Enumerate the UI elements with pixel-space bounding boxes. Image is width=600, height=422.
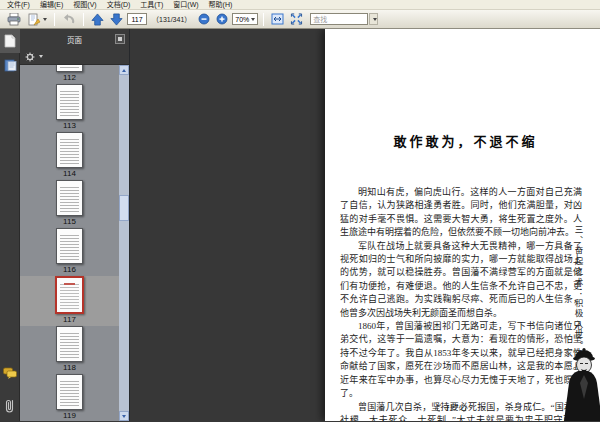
menu-file[interactable]: 文件(F): [2, 0, 35, 10]
menu-document[interactable]: 文档(D): [102, 0, 136, 10]
paragraph: 1860年，曾国藩被困祁门无路可走，写下书信向诸位兄弟交代，这等于一篇遗嘱，大意…: [340, 320, 582, 400]
thumbnail-page-image: [56, 228, 83, 264]
back-icon: [62, 13, 76, 26]
comments-panel-button[interactable]: [0, 361, 20, 385]
document-page: 敢作敢为，不退不缩 明知山有虎，偏向虎山行。这样的人一方面对自己充满了自信，认为…: [325, 29, 600, 421]
toolbar: （131/341） 70%: [0, 10, 600, 29]
menu-tools[interactable]: 工具(T): [135, 0, 168, 10]
zoom-level-caret: [251, 18, 255, 21]
menu-bar: 文件(F) 编辑(E) 视图(V) 文档(D) 工具(T) 窗口(W) 帮助(H…: [0, 0, 600, 10]
thumbnail-page-image: [56, 132, 83, 168]
paragraph: 军队在战场上就要具备这种大无畏精神，哪一方具备了视死如归的士气和所向披靡的实力，…: [340, 240, 582, 320]
menu-edit[interactable]: 编辑(E): [35, 0, 68, 10]
thumbnail-116[interactable]: 116: [20, 228, 119, 276]
page-number-input[interactable]: [127, 13, 147, 25]
bookmarks-icon: [4, 59, 17, 72]
thumbnail-119[interactable]: 119: [20, 374, 119, 421]
fit-width-icon: [271, 13, 284, 25]
paragraph: 明知山有虎，偏向虎山行。这样的人一方面对自己充满了自信，认为狭路相逢勇者胜。同时…: [340, 186, 582, 240]
main-area: 页面 112 113 114 1: [0, 29, 600, 421]
fit-page-button[interactable]: [288, 12, 305, 27]
zoom-out-button[interactable]: [196, 12, 212, 27]
thumbnail-label: 116: [63, 264, 76, 276]
print-button[interactable]: [5, 12, 23, 27]
page-count-label: （131/341）: [152, 14, 191, 24]
find-options-button[interactable]: [369, 13, 378, 25]
footer-ornament-left-icon: [434, 404, 442, 412]
page-footer: 117: [325, 403, 578, 413]
thumbnail-117-selected[interactable]: 117: [20, 276, 119, 326]
toolbar-separator: [83, 13, 84, 26]
pages-panel: 页面 112 113 114 1: [20, 29, 130, 421]
zoom-in-button[interactable]: [214, 12, 230, 27]
save-copy-button[interactable]: [25, 12, 49, 27]
pages-panel-button[interactable]: [0, 29, 20, 53]
strip-bottom-icons: [0, 361, 20, 417]
bookmarks-panel-button[interactable]: [0, 53, 20, 77]
thumbnail-label: 114: [63, 168, 76, 180]
toolbar-separator: [263, 13, 264, 26]
attachments-panel-button[interactable]: [0, 393, 20, 417]
thumbnail-page-image: [55, 276, 84, 314]
thumbnail-112[interactable]: 112: [20, 65, 119, 84]
thumbnail-page-image: [56, 84, 83, 120]
zoom-level-select[interactable]: 70%: [232, 13, 258, 25]
zoom-in-icon: [216, 13, 228, 25]
options-gear-icon[interactable]: [25, 52, 35, 62]
page-body: 明知山有虎，偏向虎山行。这样的人一方面对自己充满了自信，认为狭路相逢勇者胜。同时…: [340, 186, 582, 421]
menu-help[interactable]: 帮助(H): [204, 0, 238, 10]
print-icon: [7, 13, 21, 26]
author-portrait: [560, 341, 600, 421]
next-page-button[interactable]: [108, 12, 125, 27]
previous-page-button[interactable]: [89, 12, 106, 27]
zoom-level-value: 70%: [235, 16, 249, 23]
thumbnail-scrollbar[interactable]: [119, 65, 129, 421]
thumbnail-114[interactable]: 114: [20, 132, 119, 180]
panel-close-button[interactable]: [115, 34, 125, 44]
thumbnail-115[interactable]: 115: [20, 180, 119, 228]
panel-options-bar: [20, 49, 129, 65]
footer-ornament-right-icon: [461, 404, 469, 412]
fit-width-button[interactable]: [269, 12, 286, 27]
thumbnail-page-image: [56, 180, 83, 216]
scroll-down-button[interactable]: [119, 411, 129, 421]
thumbnail-118[interactable]: 118: [20, 326, 119, 374]
menu-view[interactable]: 视图(V): [68, 0, 101, 10]
thumbnail-page-image: [56, 326, 83, 362]
page-title: 敢作敢为，不退不缩: [325, 131, 600, 150]
arrow-up-icon: [122, 69, 126, 72]
navigation-icon-strip: [0, 29, 20, 421]
thumbnail-label: 113: [63, 120, 76, 132]
close-icon: [118, 37, 122, 41]
toolbar-separator: [54, 13, 55, 26]
menu-window[interactable]: 窗口(W): [168, 0, 203, 10]
thumbnail-label: 118: [63, 362, 76, 374]
footer-page-number: 117: [445, 403, 458, 413]
thumbnail-label: 115: [63, 216, 76, 228]
thumbnail-list: 112 113 114 115 116 117: [20, 65, 119, 421]
back-button[interactable]: [60, 12, 78, 27]
find-input[interactable]: [310, 13, 368, 25]
find-area: [310, 13, 378, 25]
previous-page-icon: [91, 13, 104, 26]
attachments-icon: [4, 398, 16, 413]
thumbnail-label: 112: [63, 72, 76, 84]
thumbnail-113[interactable]: 113: [20, 84, 119, 132]
save-copy-icon: [27, 13, 41, 26]
pages-panel-title: 页面: [67, 34, 82, 45]
thumbnail-label: 119: [63, 410, 76, 421]
comments-icon: [3, 367, 17, 379]
thumbnail-label: 117: [63, 314, 76, 326]
options-caret-icon[interactable]: [39, 55, 43, 58]
next-page-icon: [110, 13, 123, 26]
arrow-down-icon: [122, 415, 126, 418]
pages-icon: [4, 34, 16, 48]
scroll-up-button[interactable]: [119, 65, 129, 75]
scrollbar-thumb[interactable]: [119, 195, 129, 221]
zoom-out-icon: [198, 13, 210, 25]
save-copy-caret: [43, 18, 47, 21]
find-options-caret: [373, 18, 377, 21]
pages-panel-header: 页面: [20, 29, 129, 49]
thumbnail-page-image: [56, 65, 83, 72]
thumbnail-page-image: [56, 374, 83, 410]
